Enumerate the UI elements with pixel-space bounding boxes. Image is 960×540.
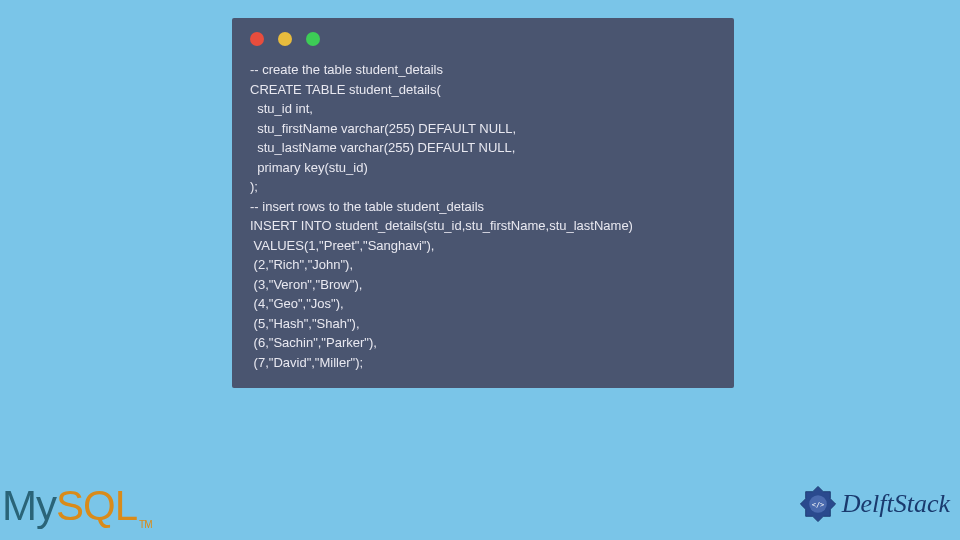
delftstack-icon: </> — [796, 482, 840, 526]
mysql-logo: MySQLTM — [2, 482, 152, 530]
minimize-icon — [278, 32, 292, 46]
mysql-logo-tm: TM — [139, 519, 151, 530]
close-icon — [250, 32, 264, 46]
code-content: -- create the table student_details CREA… — [250, 60, 716, 372]
maximize-icon — [306, 32, 320, 46]
delftstack-text: DelftStack — [842, 489, 950, 519]
svg-text:</>: </> — [811, 500, 824, 509]
window-controls — [250, 32, 716, 46]
mysql-logo-sql: SQL — [56, 482, 137, 529]
delftstack-logo: </> DelftStack — [796, 482, 950, 526]
code-window: -- create the table student_details CREA… — [232, 18, 734, 388]
mysql-logo-my: My — [2, 482, 56, 529]
